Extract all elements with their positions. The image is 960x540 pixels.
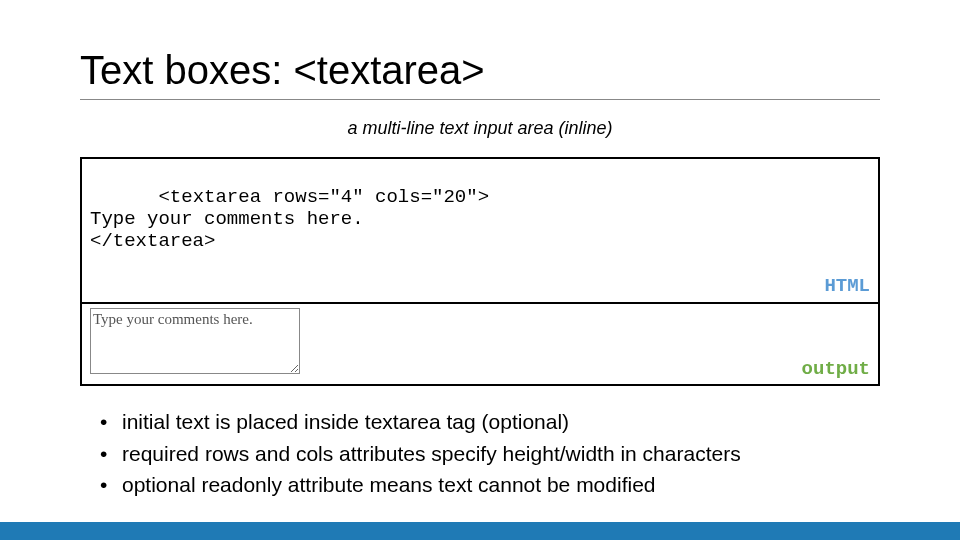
code-text: <textarea rows="4" cols="20"> Type your … xyxy=(90,186,489,252)
output-block: output xyxy=(82,302,878,384)
code-block: <textarea rows="4" cols="20"> Type your … xyxy=(82,159,878,302)
slide-subtitle: a multi-line text input area (inline) xyxy=(80,118,880,139)
list-item: optional readonly attribute means text c… xyxy=(100,469,880,501)
slide-title: Text boxes: <textarea> xyxy=(80,48,880,100)
list-item: required rows and cols attributes specif… xyxy=(100,438,880,470)
footer-bar xyxy=(0,522,960,540)
bullet-list: initial text is placed inside textarea t… xyxy=(80,406,880,501)
list-item: initial text is placed inside textarea t… xyxy=(100,406,880,438)
rendered-textarea[interactable] xyxy=(90,308,300,374)
example-box: <textarea rows="4" cols="20"> Type your … xyxy=(80,157,880,386)
code-label: HTML xyxy=(824,276,870,298)
output-label: output xyxy=(802,358,870,380)
slide: Text boxes: <textarea> a multi-line text… xyxy=(0,0,960,540)
